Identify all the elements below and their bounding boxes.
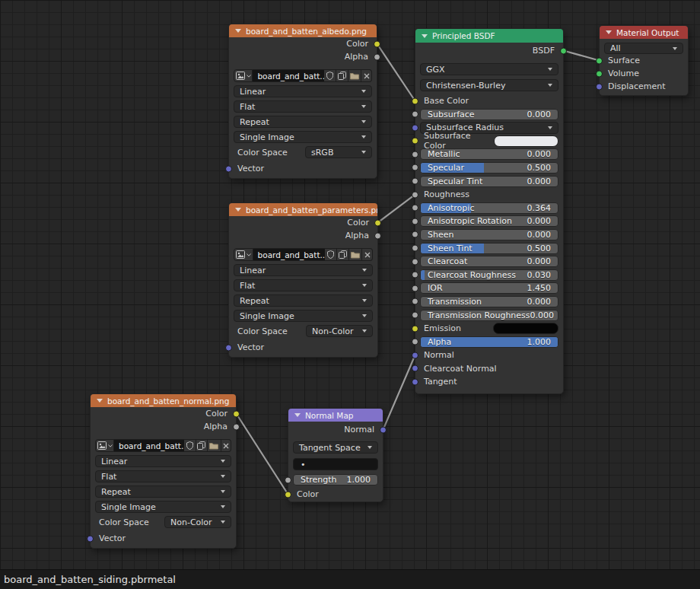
node-image-texture-normal[interactable]: board_and_batten_normal.pngColorAlphaboa… xyxy=(90,393,237,549)
collapse-triangle-icon[interactable] xyxy=(294,413,301,417)
socket-parameters-vector-in[interactable] xyxy=(225,344,232,351)
socket-bsdf-metallic-in[interactable] xyxy=(412,151,418,158)
fake-user-button[interactable] xyxy=(325,248,337,261)
node-header[interactable]: Normal Map xyxy=(288,409,383,422)
source-select[interactable]: Single Image xyxy=(234,131,372,143)
bsdf-ior-slider[interactable]: IOR1.450 xyxy=(420,282,558,294)
socket-output-displacement-in[interactable] xyxy=(596,83,603,90)
socket-albedo-vector-in[interactable] xyxy=(225,165,232,172)
copy-datablock-button[interactable] xyxy=(336,69,348,82)
socket-bsdf-subsurface-radius-in[interactable] xyxy=(412,124,418,131)
socket-bsdf-clearcoat-normal-in[interactable] xyxy=(412,365,418,372)
node-header[interactable]: Principled BSDF xyxy=(415,29,563,43)
socket-bsdf-base-color-in[interactable] xyxy=(412,97,418,104)
interpolation-select[interactable]: Linear xyxy=(234,85,372,97)
unlink-button[interactable] xyxy=(221,439,231,452)
open-file-button[interactable] xyxy=(349,248,363,261)
socket-normaltex-color-out[interactable] xyxy=(233,410,240,417)
socket-bsdf-normal-in[interactable] xyxy=(412,352,418,358)
socket-bsdf-subsurface-in[interactable] xyxy=(412,111,418,118)
node-canvas[interactable]: board_and_batten_albedo.pngColorAlphaboa… xyxy=(0,0,700,569)
bsdf-sheen-tint-slider[interactable]: Sheen Tint0.500 xyxy=(420,243,558,254)
socket-bsdf-transmission-roughness-in[interactable] xyxy=(412,312,418,319)
copy-datablock-button[interactable] xyxy=(196,439,208,452)
normal-space-select[interactable]: Tangent Space xyxy=(293,441,378,454)
collapse-triangle-icon[interactable] xyxy=(97,399,103,403)
socket-bsdf-ior-in[interactable] xyxy=(412,285,418,291)
open-file-button[interactable] xyxy=(208,439,221,452)
image-name-field[interactable]: board_and_batt.. xyxy=(253,69,324,82)
color-space-select[interactable]: Non-Color xyxy=(164,516,231,528)
image-browse-button[interactable] xyxy=(95,439,114,452)
subsurface-method-select[interactable]: Christensen-Burley xyxy=(420,79,558,91)
node-image-texture-albedo[interactable]: board_and_batten_albedo.pngColorAlphaboa… xyxy=(228,24,377,179)
socket-bsdf-bsdf-out[interactable] xyxy=(560,47,567,54)
interpolation-select[interactable]: Linear xyxy=(95,455,231,467)
color-space-select[interactable]: Non-Color xyxy=(306,325,373,337)
socket-bsdf-clearcoat-in[interactable] xyxy=(412,258,418,265)
source-select[interactable]: Single Image xyxy=(234,310,373,322)
unlink-button[interactable] xyxy=(362,248,373,261)
socket-normaltex-vector-in[interactable] xyxy=(87,535,94,542)
socket-bsdf-specular-in[interactable] xyxy=(412,164,418,171)
bsdf-transmission-slider[interactable]: Transmission0.000 xyxy=(420,296,558,307)
node-header[interactable]: board_and_batten_parameters.png. xyxy=(229,203,377,216)
node-header[interactable]: Material Output xyxy=(600,26,688,39)
socket-albedo-color-out[interactable] xyxy=(374,40,380,47)
distribution-select[interactable]: GGX xyxy=(420,63,558,75)
socket-bsdf-roughness-in[interactable] xyxy=(412,191,418,198)
extension-select[interactable]: Repeat xyxy=(95,486,231,498)
interpolation-select[interactable]: Linear xyxy=(234,264,373,276)
fake-user-button[interactable] xyxy=(324,69,336,82)
bsdf-subsurface-color-color-swatch[interactable] xyxy=(494,135,558,147)
target-select[interactable]: All xyxy=(604,43,683,54)
source-select[interactable]: Single Image xyxy=(95,501,231,513)
strength-slider[interactable]: Strength 1.000 xyxy=(293,474,378,486)
socket-normaltex-alpha-out[interactable] xyxy=(233,423,240,430)
node-header[interactable]: board_and_batten_normal.png xyxy=(91,394,236,407)
socket-bsdf-specular-tint-in[interactable] xyxy=(412,178,418,185)
socket-normalmap-normal-out[interactable] xyxy=(380,426,387,433)
socket-bsdf-clearcoat-roughness-in[interactable] xyxy=(412,272,418,279)
collapse-triangle-icon[interactable] xyxy=(235,29,241,33)
image-browse-button[interactable] xyxy=(234,248,253,261)
projection-select[interactable]: Flat xyxy=(234,100,372,113)
bsdf-anisotropic-rotation-slider[interactable]: Anisotropic Rotation0.000 xyxy=(420,215,558,227)
socket-albedo-alpha-out[interactable] xyxy=(374,53,380,60)
bsdf-transmission-roughness-slider[interactable]: Transmission Roughness0.000 xyxy=(420,310,558,321)
bsdf-specular-tint-slider[interactable]: Specular Tint0.000 xyxy=(420,176,558,187)
node-principled-bsdf[interactable]: Principled BSDF BSDF GGX Christensen-Bur… xyxy=(415,28,564,394)
socket-bsdf-subsurface-color-in[interactable] xyxy=(412,138,418,145)
image-name-field[interactable]: board_and_batt.. xyxy=(253,248,325,261)
collapse-triangle-icon[interactable] xyxy=(606,30,612,34)
node-normal-map[interactable]: Normal Map Normal Tangent Space • Streng… xyxy=(288,408,383,502)
node-material-output[interactable]: Material Output All Surface Volume Displ… xyxy=(599,25,689,96)
collapse-triangle-icon[interactable] xyxy=(235,208,241,212)
bsdf-clearcoat-slider[interactable]: Clearcoat0.000 xyxy=(420,256,558,267)
socket-normalmap-color-in[interactable] xyxy=(285,491,291,498)
socket-bsdf-sheen-tint-in[interactable] xyxy=(412,245,418,252)
socket-parameters-color-out[interactable] xyxy=(374,219,381,226)
socket-bsdf-emission-in[interactable] xyxy=(412,325,418,332)
bsdf-subsurface-slider[interactable]: Subsurface0.000 xyxy=(420,109,558,120)
bsdf-metallic-slider[interactable]: Metallic0.000 xyxy=(420,148,558,160)
socket-bsdf-transmission-in[interactable] xyxy=(412,298,418,305)
socket-bsdf-sheen-in[interactable] xyxy=(412,231,418,238)
bsdf-alpha-slider[interactable]: Alpha1.000 xyxy=(420,336,558,348)
open-file-button[interactable] xyxy=(348,69,362,82)
socket-parameters-alpha-out[interactable] xyxy=(374,232,381,239)
bsdf-specular-slider[interactable]: Specular0.500 xyxy=(420,162,558,174)
extension-select[interactable]: Repeat xyxy=(234,294,373,307)
bsdf-sheen-slider[interactable]: Sheen0.000 xyxy=(420,229,558,240)
fake-user-button[interactable] xyxy=(184,439,196,452)
projection-select[interactable]: Flat xyxy=(234,279,373,291)
unlink-button[interactable] xyxy=(361,69,372,82)
socket-output-surface-in[interactable] xyxy=(596,57,603,64)
node-image-texture-parameters[interactable]: board_and_batten_parameters.png.ColorAlp… xyxy=(228,202,378,358)
collapse-triangle-icon[interactable] xyxy=(422,34,428,38)
color-space-select[interactable]: sRGB xyxy=(305,146,372,158)
socket-output-volume-in[interactable] xyxy=(596,70,603,77)
uv-map-field[interactable]: • xyxy=(293,458,378,470)
socket-bsdf-tangent-in[interactable] xyxy=(412,378,418,385)
socket-bsdf-alpha-in[interactable] xyxy=(412,339,418,345)
